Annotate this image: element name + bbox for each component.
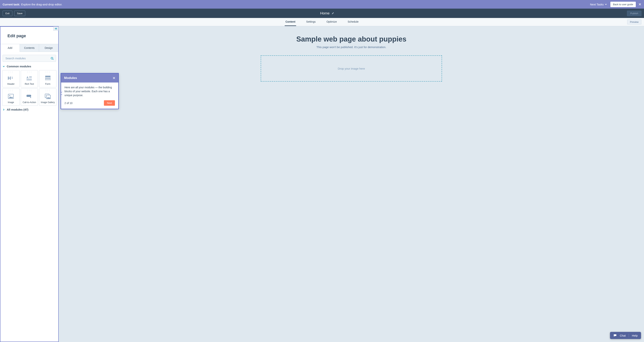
publish-button[interactable]: Publish bbox=[627, 11, 642, 16]
next-tasks-label: Next Tasks bbox=[590, 3, 604, 6]
tab-optimize[interactable]: Optimize bbox=[326, 18, 338, 26]
chevron-right-icon bbox=[2, 108, 5, 111]
close-popover-icon[interactable] bbox=[113, 77, 115, 79]
svg-rect-6 bbox=[45, 79, 50, 80]
module-image[interactable]: ⋮⋮⋮⋮⋮⋮ Image bbox=[2, 88, 20, 106]
dropzone-label: Drop your image here bbox=[338, 67, 365, 70]
module-header[interactable]: ⋮⋮⋮⋮⋮⋮ H1 Header bbox=[2, 70, 20, 87]
svg-rect-5 bbox=[45, 77, 50, 79]
module-label: Image bbox=[8, 101, 14, 104]
close-taskbar-icon[interactable] bbox=[638, 3, 642, 6]
module-gallery[interactable]: ⋮⋮⋮⋮⋮⋮ Image Gallery bbox=[39, 88, 56, 106]
drag-handle-icon: ⋮⋮⋮⋮⋮⋮ bbox=[45, 71, 51, 73]
tab-settings[interactable]: Settings bbox=[305, 18, 316, 26]
panel-tab-design[interactable]: Design bbox=[39, 44, 58, 52]
tab-schedule[interactable]: Schedule bbox=[347, 18, 359, 26]
cta-icon bbox=[26, 93, 32, 100]
svg-text:1: 1 bbox=[12, 76, 13, 79]
search-icon[interactable] bbox=[51, 57, 54, 60]
tab-content[interactable]: Content bbox=[284, 18, 296, 26]
module-label: Call-to-Action bbox=[22, 101, 36, 104]
tour-popover: Modules Here are all your modules — the … bbox=[60, 73, 119, 109]
rich-text-icon: A bbox=[26, 75, 32, 81]
sidebar-title: Edit page bbox=[0, 27, 58, 44]
module-rich-text[interactable]: ⋮⋮⋮⋮⋮⋮ A Rich Text bbox=[21, 70, 38, 87]
exit-button[interactable]: Exit bbox=[2, 11, 12, 16]
chevron-down-icon bbox=[2, 65, 5, 68]
task-description: Explore the drag-and-drop editor. bbox=[21, 3, 62, 6]
popover-step: 2 of 10 bbox=[64, 102, 72, 105]
all-modules-header[interactable]: All modules (47) bbox=[0, 106, 58, 113]
svg-rect-4 bbox=[45, 76, 50, 77]
drag-handle-icon: ⋮⋮⋮⋮⋮⋮ bbox=[26, 90, 32, 91]
image-dropzone[interactable]: Drop your image here bbox=[261, 55, 442, 82]
popover-next-button[interactable]: Next bbox=[104, 100, 115, 106]
chat-icon bbox=[613, 334, 617, 337]
module-label: Image Gallery bbox=[41, 101, 55, 104]
svg-text:H: H bbox=[8, 76, 11, 80]
header-icon: H1 bbox=[8, 75, 14, 81]
image-icon bbox=[8, 93, 14, 100]
editor-tab-row: Content Settings Optimize Schedule Previ… bbox=[0, 18, 644, 26]
help-widget[interactable]: Chat Help bbox=[610, 332, 641, 339]
popover-body: Here are all your modules — the building… bbox=[61, 83, 118, 100]
canvas: Sample web page about puppies This page … bbox=[59, 26, 644, 342]
chat-label: Chat bbox=[620, 334, 626, 337]
search-modules-box[interactable] bbox=[2, 55, 56, 62]
drag-handle-icon: ⋮⋮⋮⋮⋮⋮ bbox=[26, 71, 32, 73]
module-label: Form bbox=[45, 83, 50, 85]
help-label: Help bbox=[632, 334, 638, 337]
svg-text:A: A bbox=[26, 76, 28, 79]
module-form[interactable]: ⋮⋮⋮⋮⋮⋮ Form bbox=[39, 70, 56, 87]
panel-tab-contents[interactable]: Contents bbox=[20, 44, 39, 52]
edit-title-icon[interactable] bbox=[332, 12, 334, 15]
canvas-heading: Sample web page about puppies bbox=[70, 35, 633, 43]
module-label: Rich Text bbox=[25, 83, 34, 85]
chevron-down-icon bbox=[605, 3, 607, 6]
drag-handle-icon: ⋮⋮⋮⋮⋮⋮ bbox=[8, 71, 14, 73]
page-title: Home bbox=[320, 11, 330, 15]
task-bar: Current task: Explore the drag-and-drop … bbox=[0, 0, 644, 9]
common-modules-label: Common modules bbox=[7, 65, 31, 68]
all-modules-label: All modules (47) bbox=[7, 108, 28, 111]
page-title-wrap: Home bbox=[320, 11, 334, 15]
editor-header: Exit Save Home Publish bbox=[0, 9, 644, 18]
search-input[interactable] bbox=[5, 57, 51, 60]
task-label-prefix: Current task: bbox=[2, 3, 20, 6]
drag-handle-icon: ⋮⋮⋮⋮⋮⋮ bbox=[8, 90, 14, 91]
collapse-sidebar-icon[interactable] bbox=[53, 27, 58, 31]
back-to-guide-button[interactable]: Back to user guide bbox=[610, 2, 636, 7]
save-button[interactable]: Save bbox=[14, 11, 26, 16]
module-label: Header bbox=[7, 83, 14, 85]
canvas-subtitle: This page won't be published. It's just … bbox=[70, 46, 633, 49]
form-icon bbox=[45, 75, 51, 81]
gallery-icon bbox=[45, 93, 51, 100]
svg-point-0 bbox=[51, 57, 53, 59]
next-tasks-dropdown[interactable]: Next Tasks bbox=[590, 3, 607, 6]
preview-button[interactable]: Preview bbox=[627, 20, 642, 25]
drag-handle-icon: ⋮⋮⋮⋮⋮⋮ bbox=[45, 90, 51, 91]
panel-tab-add[interactable]: Add bbox=[0, 44, 20, 52]
sidebar: Edit page Add Contents Design Common mod… bbox=[0, 26, 59, 342]
popover-title: Modules bbox=[64, 76, 77, 80]
common-modules-header[interactable]: Common modules bbox=[0, 63, 58, 69]
svg-rect-9 bbox=[26, 95, 31, 97]
svg-point-8 bbox=[9, 95, 10, 96]
module-cta[interactable]: ⋮⋮⋮⋮⋮⋮ Call-to-Action bbox=[21, 88, 38, 106]
